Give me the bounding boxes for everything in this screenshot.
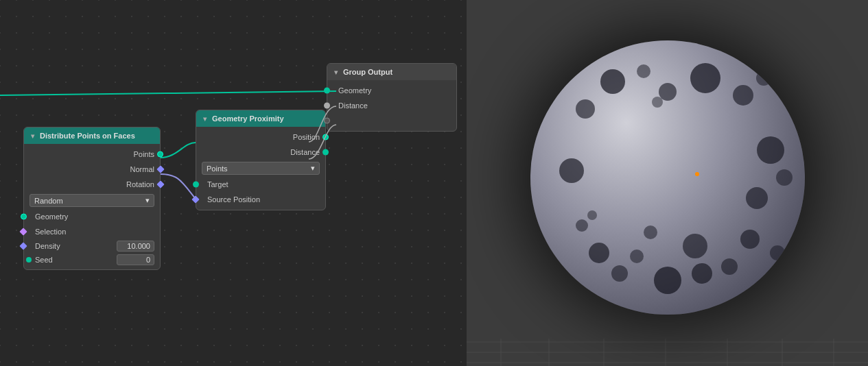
- svg-point-32: [659, 83, 677, 101]
- source-position-socket[interactable]: [191, 195, 199, 203]
- density-value[interactable]: 10.000: [117, 241, 154, 252]
- svg-point-27: [644, 225, 657, 239]
- selection-input-row: Selection: [24, 224, 160, 239]
- svg-point-23: [654, 267, 681, 294]
- go-distance-input-row: Distance: [327, 98, 456, 113]
- svg-point-22: [630, 249, 644, 263]
- svg-point-16: [559, 158, 584, 183]
- distance-output-label: Distance: [290, 148, 320, 156]
- points-output-socket[interactable]: [157, 151, 163, 158]
- geometry-proximity-node[interactable]: ▾ Geometry Proximity Position Distance P…: [196, 110, 326, 210]
- distribute-points-node[interactable]: ▾ Distribute Points on Faces Points Norm…: [23, 127, 161, 270]
- density-field-row: Density 10.000: [24, 239, 160, 253]
- viewport: [467, 0, 868, 366]
- svg-point-18: [776, 169, 793, 186]
- target-input-row: Target: [196, 177, 325, 192]
- seed-value[interactable]: 0: [117, 254, 154, 265]
- svg-point-20: [589, 243, 609, 263]
- go-geometry-input-row: Geometry: [327, 83, 456, 98]
- go-extra-row: [327, 113, 456, 128]
- distance-output-socket[interactable]: [322, 149, 329, 156]
- density-socket[interactable]: [19, 242, 27, 249]
- points-output-label: Points: [133, 150, 154, 158]
- distribute-dropdown-arrow: ▾: [145, 196, 150, 205]
- rotation-output-socket[interactable]: [156, 180, 164, 188]
- normal-output-socket[interactable]: [156, 165, 164, 173]
- group-output-collapse-icon[interactable]: ▾: [334, 69, 338, 76]
- normal-output-row: Normal: [24, 162, 160, 177]
- source-position-label: Source Position: [202, 195, 260, 204]
- distribute-node-title: Distribute Points on Faces: [40, 132, 135, 140]
- svg-point-15: [576, 99, 595, 119]
- selection-input-socket[interactable]: [19, 228, 27, 235]
- svg-point-25: [721, 258, 738, 275]
- proximity-collapse-icon[interactable]: ▾: [203, 115, 207, 123]
- geometry-input-label: Geometry: [30, 212, 68, 221]
- sphere-container: [530, 40, 805, 315]
- svg-point-21: [611, 265, 628, 282]
- seed-label: Seed: [30, 256, 114, 264]
- svg-point-19: [746, 187, 768, 209]
- distribute-collapse-icon[interactable]: ▾: [31, 132, 34, 140]
- go-geometry-socket[interactable]: [324, 88, 330, 94]
- svg-point-14: [756, 71, 771, 86]
- distribute-node-body: Points Normal Rotation Random ▾: [24, 144, 160, 269]
- svg-point-26: [683, 234, 707, 258]
- target-input-label: Target: [202, 180, 228, 188]
- proximity-node-title: Geometry Proximity: [212, 114, 284, 123]
- svg-point-17: [757, 136, 784, 164]
- svg-point-11: [637, 64, 650, 78]
- geometry-input-row: Geometry: [24, 209, 160, 224]
- position-output-row: Position: [196, 130, 325, 145]
- proximity-dropdown-value: Points: [207, 164, 228, 173]
- selection-input-label: Selection: [30, 228, 66, 236]
- svg-point-30: [576, 219, 588, 232]
- seed-field-row: Seed 0: [24, 253, 160, 267]
- svg-point-13: [733, 85, 753, 106]
- svg-point-12: [690, 63, 720, 93]
- proximity-node-body: Position Distance Points ▾ Target: [196, 127, 325, 210]
- position-output-label: Position: [293, 133, 320, 141]
- go-distance-label: Distance: [333, 101, 368, 110]
- svg-point-24: [692, 263, 712, 284]
- rotation-output-label: Rotation: [126, 180, 154, 188]
- distribute-dropdown-value: Random: [34, 197, 63, 205]
- proximity-dropdown-row[interactable]: Points ▾: [196, 160, 325, 177]
- sphere-spots-svg: [530, 40, 805, 315]
- proximity-node-header: ▾ Geometry Proximity: [196, 110, 325, 127]
- distance-output-row: Distance: [196, 145, 325, 160]
- group-output-title: Group Output: [343, 68, 392, 76]
- svg-point-10: [600, 69, 625, 94]
- distribute-node-header: ▾ Distribute Points on Faces: [24, 127, 160, 144]
- go-geometry-label: Geometry: [333, 86, 371, 95]
- group-output-body: Geometry Distance: [327, 80, 456, 131]
- sphere: [530, 40, 805, 315]
- svg-point-33: [652, 97, 663, 108]
- go-distance-socket[interactable]: [324, 103, 330, 109]
- source-position-input-row: Source Position: [196, 192, 325, 207]
- svg-point-31: [587, 210, 597, 220]
- target-input-socket[interactable]: [193, 182, 199, 188]
- geometry-input-socket[interactable]: [21, 214, 27, 220]
- points-output-row: Points: [24, 147, 160, 162]
- proximity-dropdown[interactable]: Points ▾: [202, 162, 320, 175]
- proximity-dropdown-arrow: ▾: [311, 164, 315, 173]
- seed-socket[interactable]: [26, 257, 32, 263]
- distribute-dropdown-row[interactable]: Random ▾: [24, 192, 160, 209]
- svg-point-29: [770, 245, 785, 260]
- rotation-output-row: Rotation: [24, 177, 160, 192]
- density-label: Density: [30, 242, 114, 250]
- group-output-node[interactable]: ▾ Group Output Geometry Distance: [327, 63, 457, 132]
- distribute-dropdown[interactable]: Random ▾: [30, 194, 154, 207]
- svg-point-28: [740, 230, 760, 249]
- normal-output-label: Normal: [130, 165, 154, 173]
- position-output-socket[interactable]: [322, 134, 329, 141]
- go-extra-socket[interactable]: [324, 118, 330, 124]
- group-output-header: ▾ Group Output: [327, 64, 456, 80]
- orange-dot: [695, 172, 699, 176]
- node-editor[interactable]: ▾ Distribute Points on Faces Points Norm…: [0, 0, 467, 366]
